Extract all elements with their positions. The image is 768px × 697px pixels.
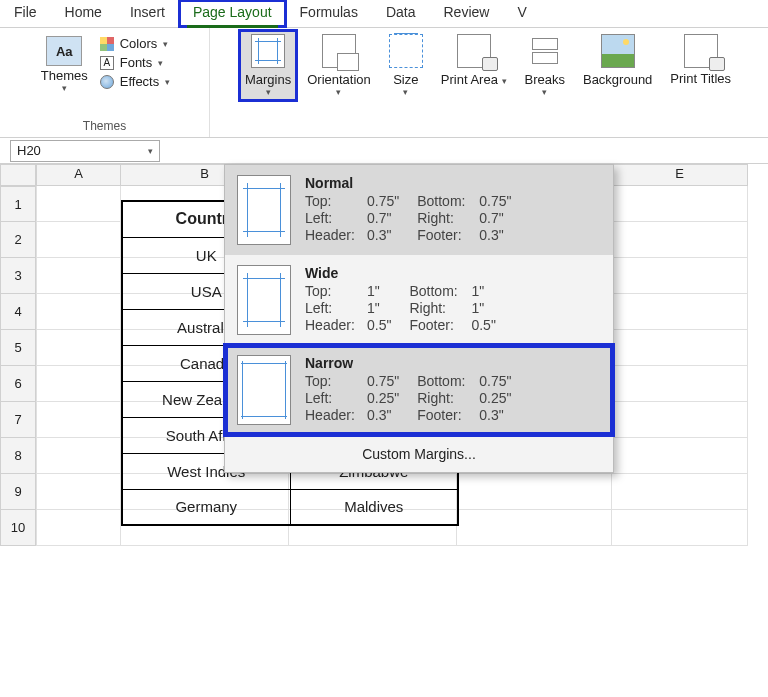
margins-option-wide[interactable]: Wide Top:1" Left:1" Header:0.5" Bottom:1… — [225, 255, 613, 345]
margins-option-name: Narrow — [305, 355, 601, 371]
print-titles-button[interactable]: Print Titles — [662, 30, 739, 86]
print-area-button[interactable]: Print Area ▾ — [433, 30, 515, 87]
background-label: Background — [583, 70, 652, 87]
col-header-a[interactable]: A — [36, 164, 121, 186]
row-header[interactable]: 10 — [0, 510, 36, 546]
formula-bar-row: H20 ▾ — [0, 138, 768, 164]
breaks-label: Breaks — [525, 70, 565, 87]
row-header[interactable]: 3 — [0, 258, 36, 294]
themes-label: Themes — [41, 66, 88, 83]
row-header[interactable]: 2 — [0, 222, 36, 258]
ribbon: Aa Themes ▾ Colors ▾ A Fonts ▾ Effects — [0, 28, 768, 138]
breaks-icon — [528, 34, 562, 68]
size-icon — [389, 34, 423, 68]
print-area-icon — [457, 34, 491, 68]
size-label: Size — [393, 70, 418, 87]
orientation-label: Orientation — [307, 70, 371, 87]
effects-label: Effects — [120, 74, 160, 89]
chevron-down-icon: ▾ — [403, 87, 408, 97]
row-header[interactable]: 9 — [0, 474, 36, 510]
themes-icon: Aa — [46, 36, 82, 66]
chevron-down-icon: ▾ — [62, 83, 67, 93]
chevron-down-icon: ▾ — [148, 146, 153, 156]
tab-file[interactable]: File — [0, 0, 51, 27]
effects-button[interactable]: Effects ▾ — [100, 74, 171, 89]
chevron-down-icon: ▾ — [266, 87, 271, 97]
orientation-icon — [322, 34, 356, 68]
group-label-page-setup — [487, 117, 490, 137]
row-header[interactable]: 7 — [0, 402, 36, 438]
fonts-label: Fonts — [120, 55, 153, 70]
colors-label: Colors — [120, 36, 158, 51]
fonts-icon: A — [100, 56, 114, 70]
effects-icon — [100, 75, 114, 89]
orientation-button[interactable]: Orientation ▾ — [299, 30, 379, 97]
tab-review[interactable]: Review — [430, 0, 504, 27]
chevron-down-icon: ▾ — [165, 77, 170, 87]
row-header[interactable]: 1 — [0, 186, 36, 222]
custom-margins-button[interactable]: Custom Margins... — [225, 435, 613, 472]
chevron-down-icon: ▾ — [163, 39, 168, 49]
chevron-down-icon: ▾ — [158, 58, 163, 68]
select-all-corner[interactable] — [0, 164, 36, 186]
group-page-setup: Margins ▾ Orientation ▾ Size ▾ Print Are… — [210, 28, 768, 137]
print-titles-label: Print Titles — [670, 70, 731, 86]
row-header[interactable]: 5 — [0, 330, 36, 366]
tab-view[interactable]: V — [503, 0, 540, 27]
breaks-button[interactable]: Breaks ▾ — [517, 30, 573, 97]
margins-icon — [251, 34, 285, 68]
name-box-value: H20 — [17, 143, 41, 158]
table-row: GermanyMaldives — [122, 489, 458, 525]
margins-button[interactable]: Margins ▾ — [239, 30, 297, 101]
group-label-themes: Themes — [83, 117, 126, 137]
chevron-down-icon: ▾ — [542, 87, 547, 97]
group-themes: Aa Themes ▾ Colors ▾ A Fonts ▾ Effects — [0, 28, 210, 137]
row-header[interactable]: 6 — [0, 366, 36, 402]
col-header-e[interactable]: E — [612, 164, 748, 186]
colors-icon — [100, 37, 114, 51]
tab-insert[interactable]: Insert — [116, 0, 179, 27]
row-header[interactable]: 4 — [0, 294, 36, 330]
tab-page-layout[interactable]: Page Layout — [179, 0, 286, 27]
print-area-label: Print Area ▾ — [441, 70, 507, 87]
themes-button[interactable]: Aa Themes ▾ — [35, 30, 94, 93]
margins-label: Margins — [245, 70, 291, 87]
margins-option-narrow[interactable]: Narrow Top:0.75" Left:0.25" Header:0.3" … — [225, 345, 613, 435]
margins-normal-icon — [237, 175, 291, 245]
ribbon-tabs: File Home Insert Page Layout Formulas Da… — [0, 0, 768, 28]
tab-home[interactable]: Home — [51, 0, 116, 27]
margins-narrow-icon — [237, 355, 291, 425]
margins-wide-icon — [237, 265, 291, 335]
margins-dropdown: Normal Top:0.75" Left:0.7" Header:0.3" B… — [224, 164, 614, 473]
background-button[interactable]: Background — [575, 30, 660, 87]
row-header[interactable]: 8 — [0, 438, 36, 474]
name-box[interactable]: H20 ▾ — [10, 140, 160, 162]
margins-option-name: Wide — [305, 265, 601, 281]
tab-formulas[interactable]: Formulas — [286, 0, 372, 27]
colors-button[interactable]: Colors ▾ — [100, 36, 171, 51]
margins-option-normal[interactable]: Normal Top:0.75" Left:0.7" Header:0.3" B… — [225, 165, 613, 255]
print-titles-icon — [684, 34, 718, 68]
background-icon — [601, 34, 635, 68]
chevron-down-icon: ▾ — [336, 87, 341, 97]
margins-option-name: Normal — [305, 175, 601, 191]
worksheet-area: A B C D E 1 2 3 4 5 6 7 8 9 10 — [0, 164, 768, 546]
size-button[interactable]: Size ▾ — [381, 30, 431, 97]
fonts-button[interactable]: A Fonts ▾ — [100, 55, 171, 70]
tab-data[interactable]: Data — [372, 0, 430, 27]
row-headers: 1 2 3 4 5 6 7 8 9 10 — [0, 186, 36, 546]
